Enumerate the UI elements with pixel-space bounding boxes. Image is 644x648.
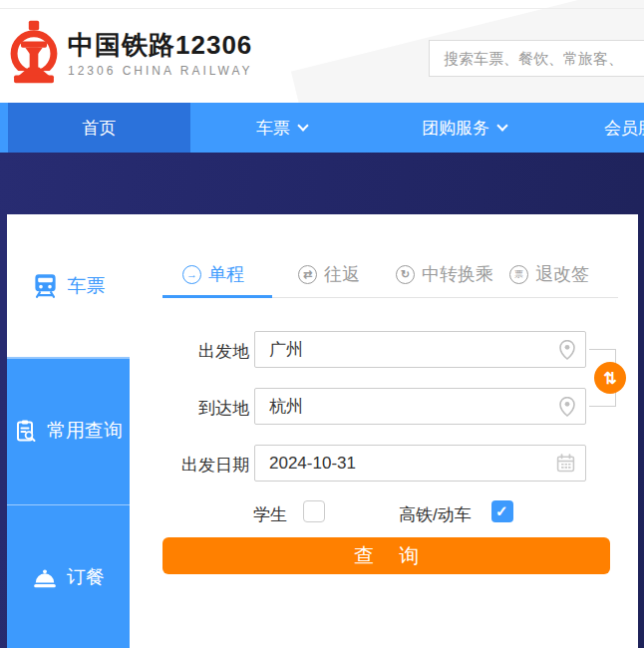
sidebar-item-label: 常用查询 bbox=[47, 418, 123, 444]
from-input[interactable]: 广州 bbox=[254, 331, 586, 368]
from-label: 出发地 bbox=[140, 340, 249, 363]
clipboard-search-icon bbox=[14, 419, 38, 443]
chevron-down-icon bbox=[496, 120, 507, 131]
one-way-icon: → bbox=[182, 265, 201, 284]
round-trip-icon: ⇄ bbox=[298, 265, 317, 284]
calendar-icon bbox=[556, 454, 575, 473]
date-input[interactable]: 2024-10-31 bbox=[254, 445, 586, 482]
nav-item-home[interactable]: 首页 bbox=[8, 103, 190, 153]
student-checkbox[interactable] bbox=[303, 500, 325, 522]
swap-connector bbox=[589, 349, 616, 350]
sidebar-item-meal-order[interactable]: 订餐 bbox=[7, 504, 130, 648]
high-speed-label: 高铁/动车 bbox=[399, 503, 472, 526]
sidebar-item-tickets[interactable]: 车票 bbox=[7, 214, 130, 357]
student-label: 学生 bbox=[253, 503, 287, 526]
from-value: 广州 bbox=[269, 340, 303, 359]
logo-text: 中国铁路12306 12306 CHINA RAILWAY bbox=[68, 20, 253, 78]
logo-subtitle: 12306 CHINA RAILWAY bbox=[68, 64, 253, 78]
date-value: 2024-10-31 bbox=[269, 454, 356, 473]
logo-title: 中国铁路12306 bbox=[68, 30, 253, 60]
main-nav: 首页 车票 团购服务 会员服务 bbox=[0, 103, 644, 153]
nav-item-tickets[interactable]: 车票 bbox=[190, 103, 373, 153]
tab-round-trip[interactable]: ⇄ 往返 bbox=[298, 262, 360, 286]
tab-row-divider bbox=[272, 297, 618, 298]
booking-panel: 车票 常用查询 订餐 bbox=[7, 214, 638, 648]
nav-item-group-services[interactable]: 团购服务 bbox=[373, 103, 555, 153]
location-pin-icon bbox=[559, 340, 575, 360]
sidebar-item-label: 订餐 bbox=[67, 564, 105, 590]
to-input[interactable]: 杭州 bbox=[254, 388, 586, 425]
chevron-down-icon bbox=[297, 120, 308, 131]
high-speed-checkbox[interactable] bbox=[491, 500, 513, 522]
query-button[interactable]: 查 询 bbox=[162, 537, 610, 574]
to-label: 到达地 bbox=[140, 397, 249, 420]
tab-transfer[interactable]: ↻ 中转换乘 bbox=[396, 262, 493, 286]
sidebar-item-label: 车票 bbox=[68, 273, 106, 299]
refund-icon: 票 bbox=[509, 265, 528, 284]
search-input[interactable] bbox=[429, 40, 644, 77]
12306-page: 中国铁路12306 12306 CHINA RAILWAY 首页 车票 团购服务… bbox=[0, 0, 644, 648]
site-logo[interactable]: 中国铁路12306 12306 CHINA RAILWAY bbox=[8, 20, 253, 84]
top-divider bbox=[0, 8, 644, 9]
active-tab-underline bbox=[162, 295, 272, 298]
sidebar: 车票 常用查询 订餐 bbox=[7, 214, 130, 648]
to-value: 杭州 bbox=[269, 397, 303, 416]
railway-logo-icon bbox=[8, 20, 60, 84]
header: 中国铁路12306 12306 CHINA RAILWAY bbox=[0, 0, 644, 103]
transfer-icon: ↻ bbox=[396, 265, 415, 284]
swap-icon: ⇄ bbox=[602, 371, 618, 384]
tab-refund-change[interactable]: 票 退改签 bbox=[509, 262, 589, 286]
train-icon bbox=[32, 272, 59, 299]
swap-connector bbox=[589, 406, 616, 407]
sidebar-item-common-queries[interactable]: 常用查询 bbox=[7, 357, 130, 504]
swap-stations-button[interactable]: ⇄ bbox=[594, 362, 626, 394]
nav-item-member-services[interactable]: 会员服务 bbox=[555, 103, 644, 153]
date-label: 出发日期 bbox=[125, 454, 249, 477]
location-pin-icon bbox=[559, 397, 575, 417]
cloche-icon bbox=[32, 564, 58, 590]
tab-one-way[interactable]: → 单程 bbox=[182, 262, 244, 286]
